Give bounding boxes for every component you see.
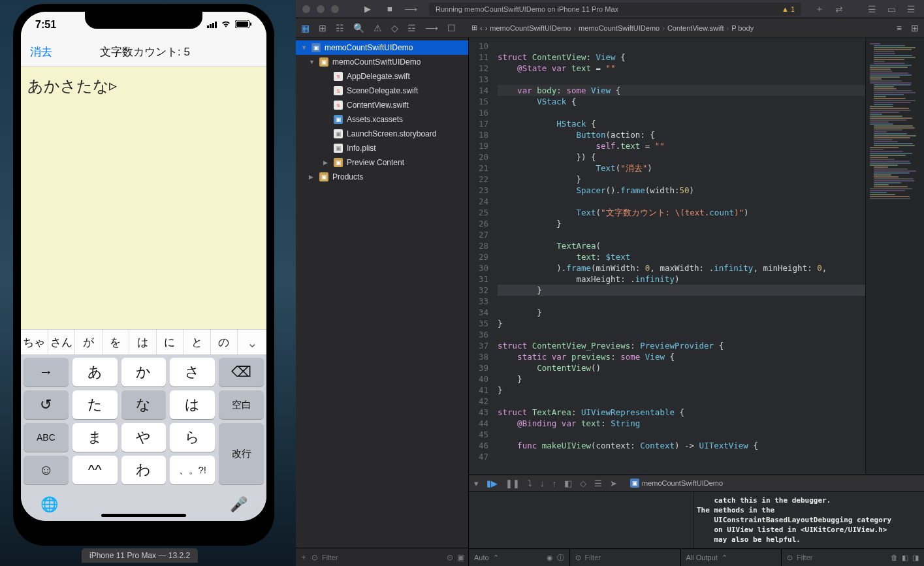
panel-left-icon[interactable]: ☰ <box>865 4 878 14</box>
chevron-down-icon[interactable]: ⌄ <box>238 330 266 354</box>
symbol-navigator-icon[interactable]: ☷ <box>336 23 344 33</box>
code-review-icon[interactable]: ⇄ <box>833 4 846 14</box>
crumb-seg[interactable]: memoCountSwiftUIDemo <box>490 24 571 32</box>
window-zoom-icon[interactable] <box>331 5 339 13</box>
suggestion-item[interactable]: は <box>129 330 157 354</box>
key-undo[interactable]: ↺ <box>24 390 69 419</box>
crumb-seg[interactable]: P body <box>731 24 754 32</box>
globe-icon[interactable]: 🌐 <box>39 495 59 514</box>
test-navigator-icon[interactable]: ◇ <box>391 23 398 33</box>
find-navigator-icon[interactable]: 🔍 <box>353 23 364 33</box>
minimap[interactable] <box>865 38 924 475</box>
run-button[interactable]: ▶ <box>360 3 375 15</box>
debug-navigator-icon[interactable]: ☲ <box>407 23 416 33</box>
location-icon[interactable]: ➤ <box>610 479 617 488</box>
tree-file[interactable]: sSceneDelegate.swift <box>296 84 468 98</box>
tree-file[interactable]: ▣Assets.xcassets <box>296 112 468 127</box>
project-navigator-icon[interactable]: ▦ <box>301 23 310 33</box>
suggestion-item[interactable]: に <box>157 330 184 354</box>
warning-badge[interactable]: ▲ 1 <box>782 3 795 16</box>
source-control-icon[interactable]: ⊞ <box>319 23 327 33</box>
suggestion-item[interactable]: の <box>211 330 238 354</box>
key-return[interactable]: 改行 <box>219 423 264 484</box>
key-punct[interactable]: 、。?! <box>170 456 215 484</box>
scm-icon[interactable]: ▣ <box>457 553 464 562</box>
filter-input[interactable] <box>322 554 443 561</box>
key-sa[interactable]: さ <box>170 358 215 386</box>
key-space[interactable]: 空白 <box>219 390 264 419</box>
key-ka[interactable]: か <box>121 358 167 386</box>
report-navigator-icon[interactable]: ☐ <box>447 23 456 33</box>
pause-icon[interactable]: ❚❚ <box>505 479 520 488</box>
step-out-icon[interactable]: ↑ <box>552 479 557 488</box>
key-ta[interactable]: た <box>72 390 118 419</box>
all-output-label[interactable]: All Output <box>686 554 718 561</box>
issue-navigator-icon[interactable]: ⚠ <box>374 23 382 33</box>
mic-icon[interactable]: 🎤 <box>229 495 248 514</box>
forward-icon[interactable]: › <box>485 24 488 32</box>
env-override-icon[interactable]: ☰ <box>594 479 602 488</box>
window-close-icon[interactable] <box>302 5 310 13</box>
tree-group[interactable]: ▼▣memoCountSwiftUIDemo <box>296 55 468 69</box>
add-icon[interactable]: ＋ <box>300 552 308 563</box>
suggestion-item[interactable]: さん <box>48 330 76 354</box>
debug-process[interactable]: ▣ memoCountSwiftUIDemo <box>630 479 723 488</box>
left-pane-icon[interactable]: ◧ <box>902 554 908 562</box>
crumb-seg[interactable]: memoCountSwiftUIDemo <box>579 24 660 32</box>
clock-icon[interactable]: ⊙ <box>447 553 453 562</box>
variables-view[interactable] <box>469 492 694 548</box>
tree-file[interactable]: sContentView.swift <box>296 98 468 112</box>
key-kaomoji[interactable]: ^^ <box>72 456 118 484</box>
jump-bar[interactable]: ⊞ ‹ › memoCountSwiftUIDemo› memoCountSwi… <box>465 24 887 32</box>
add-editor-icon[interactable]: ⊞ <box>911 23 919 33</box>
scheme-icon[interactable]: ⟶ <box>404 4 417 14</box>
tree-file[interactable]: sAppDelegate.swift <box>296 69 468 84</box>
breakpoint-toggle-icon[interactable]: ▮▶ <box>486 479 498 488</box>
right-pane-icon[interactable]: ◨ <box>912 554 919 562</box>
key-ra[interactable]: ら <box>170 423 215 452</box>
key-backspace[interactable]: ⌫ <box>219 358 264 386</box>
window-min-icon[interactable] <box>317 5 325 13</box>
key-next[interactable]: → <box>24 358 69 386</box>
auto-label[interactable]: Auto <box>474 554 489 561</box>
tree-group[interactable]: ▶▣Preview Content <box>296 155 468 170</box>
memory-graph-icon[interactable]: ◇ <box>580 479 586 488</box>
crumb-seg[interactable]: ContentView.swift <box>667 24 724 32</box>
add-tab-icon[interactable]: ＋ <box>813 3 826 15</box>
key-wa[interactable]: わ <box>121 456 167 484</box>
key-abc[interactable]: ABC <box>24 423 69 452</box>
source-editor[interactable]: 10 11 12 13 14 15 16 17 18 19 20 21 22 2… <box>469 38 865 475</box>
hide-debug-icon[interactable]: ▾ <box>474 479 479 488</box>
tree-file[interactable]: ▣LaunchScreen.storyboard <box>296 127 468 141</box>
key-emoji[interactable]: ☺ <box>24 456 69 484</box>
suggestion-item[interactable]: ちゃん <box>21 330 48 354</box>
info-icon[interactable]: ⓘ <box>557 553 564 563</box>
key-ya[interactable]: や <box>121 423 167 452</box>
code-content[interactable]: struct ContentView: View { @State var te… <box>494 38 865 475</box>
key-ha[interactable]: は <box>170 390 215 419</box>
console-filter-input[interactable] <box>797 554 887 561</box>
file-tree[interactable]: ▼▣memoCountSwiftUIDemo ▼▣memoCountSwiftU… <box>296 38 468 548</box>
tree-file[interactable]: ▣Info.plist <box>296 141 468 155</box>
suggestion-item[interactable]: と <box>183 330 211 354</box>
console-output[interactable]: catch this in the debugger. The methods … <box>694 492 924 548</box>
suggestion-item[interactable]: を <box>103 330 130 354</box>
variables-filter-input[interactable] <box>585 554 675 561</box>
editor-options-icon[interactable]: ≡ <box>897 23 902 33</box>
panel-bottom-icon[interactable]: ▭ <box>885 4 898 14</box>
step-over-icon[interactable]: ⤵ <box>528 479 532 488</box>
breakpoint-navigator-icon[interactable]: ⟶ <box>425 23 438 33</box>
home-indicator[interactable] <box>101 514 186 517</box>
suggestion-item[interactable]: が <box>75 330 103 354</box>
stop-button[interactable]: ■ <box>382 3 398 15</box>
back-icon[interactable]: ‹ <box>480 24 483 32</box>
view-debug-icon[interactable]: ◧ <box>564 479 572 488</box>
step-into-icon[interactable]: ↓ <box>540 479 545 488</box>
memo-textarea[interactable]: あかさたな▹ <box>21 67 266 329</box>
key-a[interactable]: あ <box>72 358 118 386</box>
tree-group[interactable]: ▶▣Products <box>296 170 468 184</box>
key-ma[interactable]: ま <box>72 423 118 452</box>
panel-right-icon[interactable]: ☰ <box>904 4 917 14</box>
trash-icon[interactable]: 🗑 <box>891 554 898 561</box>
eye-icon[interactable]: ◉ <box>547 554 553 562</box>
